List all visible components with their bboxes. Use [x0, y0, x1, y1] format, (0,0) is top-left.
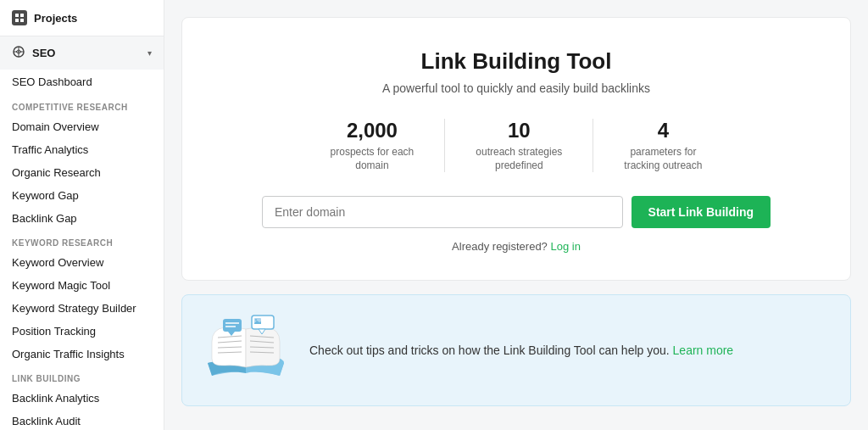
- sidebar: Projects SEO ▾ SEO Dashboard COMPETITIVE…: [0, 0, 164, 430]
- sidebar-item-keyword-overview[interactable]: Keyword Overview: [0, 251, 164, 274]
- book-illustration: [199, 312, 292, 388]
- learn-more-link[interactable]: Learn more: [673, 343, 734, 357]
- svg-rect-0: [15, 14, 19, 17]
- stat-parameters-label: parameters fortracking outreach: [624, 146, 702, 172]
- stat-prospects-number: 2,000: [331, 119, 415, 142]
- projects-label: Projects: [34, 12, 77, 25]
- card-title: Link Building Tool: [216, 48, 816, 75]
- competitive-research-section-label: COMPETITIVE RESEARCH: [0, 94, 164, 115]
- stats-row: 2,000 prospects for eachdomain 10 outrea…: [216, 119, 816, 172]
- svg-rect-3: [20, 19, 24, 22]
- link-building-section-label: LINK BUILDING: [0, 366, 164, 387]
- stat-outreach: 10 outreach strategiespredefined: [445, 119, 593, 172]
- sidebar-item-backlink-analytics[interactable]: Backlink Analytics: [0, 387, 164, 410]
- info-card: Check out tips and tricks on how the Lin…: [181, 294, 851, 406]
- sidebar-item-keyword-magic-tool[interactable]: Keyword Magic Tool: [0, 274, 164, 297]
- link-building-card: Link Building Tool A powerful tool to qu…: [181, 17, 851, 281]
- stat-prospects: 2,000 prospects for eachdomain: [300, 119, 446, 172]
- card-subtitle: A powerful tool to quickly and easily bu…: [216, 81, 816, 95]
- chevron-down-icon: ▾: [147, 48, 152, 58]
- sidebar-item-organic-traffic-insights[interactable]: Organic Traffic Insights: [0, 343, 164, 366]
- sidebar-item-position-tracking[interactable]: Position Tracking: [0, 320, 164, 343]
- already-registered-text: Already registered? Log in: [216, 240, 816, 253]
- seo-icon: [12, 45, 25, 61]
- svg-rect-1: [20, 14, 24, 17]
- seo-header[interactable]: SEO ▾: [0, 36, 164, 70]
- sidebar-item-traffic-analytics[interactable]: Traffic Analytics: [0, 138, 164, 161]
- domain-input-row: Start Link Building: [262, 196, 771, 228]
- main-content: Link Building Tool A powerful tool to qu…: [164, 0, 868, 430]
- stat-outreach-number: 10: [476, 119, 562, 142]
- svg-rect-2: [15, 19, 19, 22]
- stat-prospects-label: prospects for eachdomain: [331, 146, 415, 172]
- sidebar-item-backlink-gap[interactable]: Backlink Gap: [0, 207, 164, 230]
- login-link[interactable]: Log in: [550, 240, 580, 253]
- sidebar-item-seo-dashboard[interactable]: SEO Dashboard: [0, 70, 164, 94]
- sidebar-item-keyword-gap[interactable]: Keyword Gap: [0, 184, 164, 207]
- domain-input[interactable]: [262, 196, 623, 228]
- sidebar-projects[interactable]: Projects: [0, 0, 164, 36]
- stat-parameters: 4 parameters fortracking outreach: [593, 119, 732, 172]
- info-card-text: Check out tips and tricks on how the Lin…: [309, 342, 733, 360]
- sidebar-item-keyword-strategy-builder[interactable]: Keyword Strategy Builder: [0, 297, 164, 320]
- projects-icon: [12, 10, 27, 25]
- keyword-research-section-label: KEYWORD RESEARCH: [0, 230, 164, 251]
- svg-rect-15: [223, 319, 242, 332]
- sidebar-item-organic-research[interactable]: Organic Research: [0, 161, 164, 184]
- seo-left: SEO: [12, 45, 55, 61]
- svg-point-20: [255, 319, 257, 321]
- sidebar-item-domain-overview[interactable]: Domain Overview: [0, 115, 164, 138]
- start-link-building-button[interactable]: Start Link Building: [632, 196, 771, 228]
- sidebar-item-backlink-audit[interactable]: Backlink Audit: [0, 410, 164, 430]
- stat-parameters-number: 4: [624, 119, 702, 142]
- seo-label: SEO: [32, 47, 55, 59]
- stat-outreach-label: outreach strategiespredefined: [476, 146, 562, 172]
